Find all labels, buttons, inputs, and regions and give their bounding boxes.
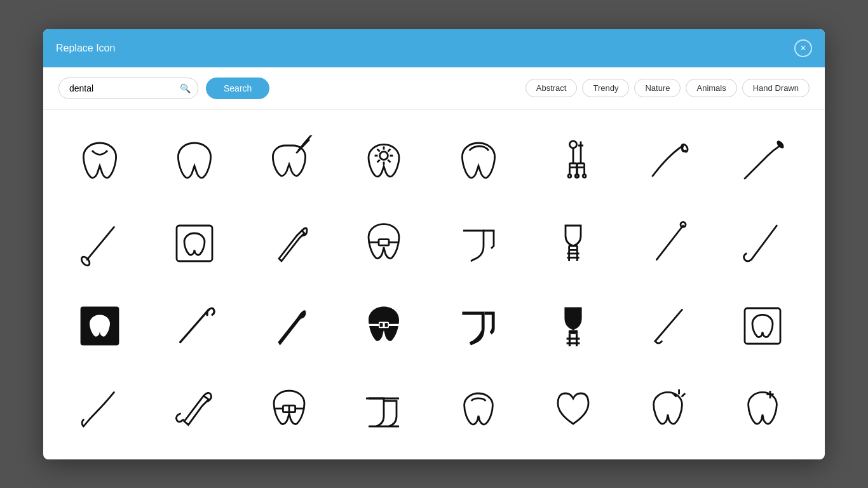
svg-rect-14 [569,163,576,167]
svg-line-10 [388,149,390,151]
svg-point-40 [681,222,686,227]
svg-line-64 [682,393,686,397]
svg-point-26 [681,143,689,152]
filter-hand-drawn[interactable]: Hand Drawn [742,79,810,97]
close-button[interactable]: × [794,39,812,57]
svg-line-9 [388,159,390,162]
search-bar: 🔍 Search Abstract Trendy Nature Animals … [43,67,825,110]
svg-line-28 [87,227,114,259]
icon-tooth-braces-black[interactable] [342,288,425,364]
icon-dental-pick-1[interactable] [627,123,709,199]
svg-line-54 [655,309,682,341]
filter-tags: Abstract Trendy Nature Animals Hand Draw… [526,79,810,97]
icon-dental-drill[interactable] [248,205,330,281]
svg-rect-45 [380,323,383,327]
icon-dental-pick-dark[interactable] [627,288,709,364]
icon-tooth-1[interactable] [58,123,141,199]
icon-dental-pick-black[interactable] [153,288,236,364]
icon-tooth-xray-box[interactable] [153,205,236,281]
icon-tooth-sparkle[interactable] [627,370,709,447]
search-button[interactable]: Search [206,78,269,99]
icon-tooth-3[interactable] [437,123,520,199]
filter-trendy[interactable]: Trendy [582,79,629,97]
svg-rect-53 [567,342,580,344]
icon-tooth-braces[interactable] [342,205,425,281]
svg-line-43 [180,309,209,342]
icon-tooth-2[interactable] [153,123,236,199]
svg-point-3 [380,151,388,159]
icon-dental-drill-2[interactable] [153,370,236,447]
filter-animals[interactable]: Animals [686,79,736,97]
svg-rect-49 [569,330,578,334]
icon-tooth-brush[interactable] [248,123,330,199]
svg-line-41 [751,226,776,260]
icon-dental-tools[interactable] [532,123,614,199]
svg-point-12 [569,140,576,147]
icon-tooth-black-box[interactable] [58,288,141,364]
icon-grid [58,123,810,447]
icon-dental-pick-curved[interactable] [58,370,141,447]
svg-rect-31 [379,239,389,245]
icon-dental-suction-black[interactable] [437,288,520,364]
icon-dental-pick-2[interactable] [721,123,804,199]
svg-rect-50 [569,334,571,346]
replace-icon-modal: Replace Icon × 🔍 Search Abstract Trendy … [43,29,825,459]
svg-rect-46 [385,323,388,327]
svg-point-24 [576,174,579,177]
icon-dental-hook[interactable] [721,205,804,281]
svg-line-11 [377,159,380,162]
svg-rect-34 [569,246,578,250]
icon-dental-probe[interactable] [58,205,141,281]
modal-title: Replace Icon [56,43,115,54]
icon-tooth-xray-black[interactable] [721,288,804,364]
icon-dental-drill-black[interactable] [248,288,330,364]
svg-rect-30 [177,226,212,261]
icon-tooth-outline-4[interactable] [437,370,520,447]
svg-rect-52 [567,337,580,339]
svg-rect-51 [576,334,578,346]
filter-abstract[interactable]: Abstract [526,79,578,97]
icon-tooth-cross[interactable] [721,370,804,447]
icon-dental-station[interactable] [342,370,425,447]
modal-header: Replace Icon × [43,29,825,67]
svg-line-39 [656,226,683,260]
icon-tooth-heart[interactable] [532,370,614,447]
icon-dental-suction[interactable] [437,205,520,281]
svg-point-25 [583,174,586,177]
icon-tooth-xray[interactable] [342,123,425,199]
svg-rect-47 [369,323,379,325]
svg-rect-55 [745,308,780,344]
icon-grid-container [43,110,825,459]
search-input-wrap: 🔍 [58,78,198,99]
search-input[interactable] [58,78,198,99]
icon-tooth-implant[interactable] [532,205,614,281]
search-icon: 🔍 [180,83,191,93]
svg-rect-48 [389,323,399,325]
svg-line-8 [377,149,380,151]
svg-point-17 [568,174,571,177]
icon-tooth-braces-2[interactable] [248,370,330,447]
filter-nature[interactable]: Nature [634,79,681,97]
icon-dental-pick-3[interactable] [627,205,709,281]
svg-rect-21 [577,163,584,167]
icon-tooth-implant-black[interactable] [532,288,614,364]
